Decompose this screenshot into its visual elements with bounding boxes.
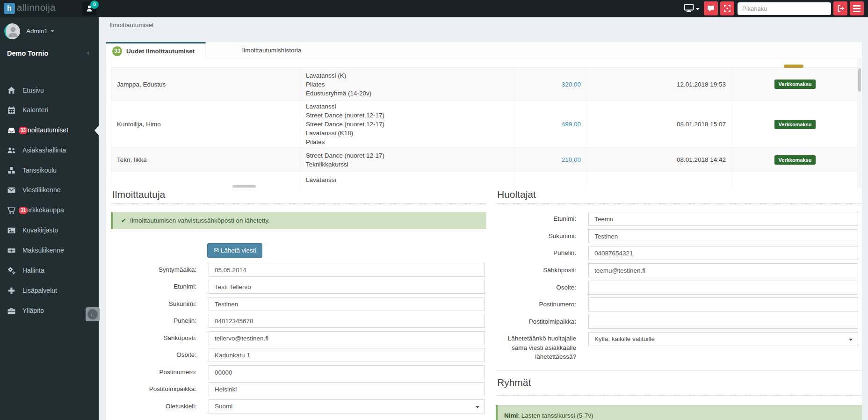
sidebar-item-maksuliikenne[interactable]: Maksuliikenne bbox=[0, 241, 99, 261]
registrant-name: Jamppa, Edustus bbox=[111, 68, 300, 101]
registration-date: 08.01.2018 15:07 bbox=[587, 101, 732, 147]
guardian-firstname-field[interactable] bbox=[588, 212, 858, 226]
plus-icon bbox=[7, 286, 16, 296]
sidebar-item-yllapito[interactable]: Ylläpito bbox=[0, 301, 99, 321]
count-badge: 33 bbox=[19, 127, 28, 134]
send-message-button[interactable]: ✉ Lähetä viesti bbox=[207, 243, 262, 258]
address-field[interactable] bbox=[209, 348, 485, 362]
guardian-lastname-field[interactable] bbox=[588, 229, 858, 243]
language-select[interactable]: Suomi bbox=[209, 399, 485, 413]
birthdate-field[interactable] bbox=[209, 263, 485, 277]
sidebar-item-etusivu[interactable]: Etusivu bbox=[0, 81, 99, 101]
payment-status-badge: Verkkomaksu bbox=[774, 80, 816, 89]
logout-button[interactable] bbox=[833, 1, 847, 15]
form-row-guardian-address: Osoite: bbox=[496, 281, 862, 295]
logo-icon[interactable]: h bbox=[4, 3, 15, 14]
confirmation-alert: ✔Ilmoittautumisen vahvistussähköposti on… bbox=[111, 212, 486, 229]
form-row-address: Osoite: bbox=[111, 348, 486, 362]
courses-cell: Lavatanssi bbox=[300, 172, 515, 188]
form-row-firstname: Etunimi: bbox=[111, 280, 486, 294]
lastname-field[interactable] bbox=[209, 297, 485, 311]
guardian-phone-field[interactable] bbox=[588, 246, 858, 260]
table-horizontal-scrollbar-thumb[interactable] bbox=[232, 185, 256, 188]
form-row-city: Postitoimipaikka: bbox=[111, 382, 486, 396]
form-row-guardian-message-setting: Lähetetäänkö huoltajalle sama viesti asi… bbox=[496, 332, 862, 361]
fullscreen-button[interactable] bbox=[720, 1, 734, 15]
form-row-guardian-zipcode: Postinumero: bbox=[496, 297, 862, 311]
form-row-guardian-phone: Puhelin: bbox=[496, 246, 862, 260]
registrant-name: Tekn, Iikka bbox=[111, 148, 300, 172]
display-menu-button[interactable] bbox=[684, 4, 700, 14]
sidebar-item-hallinta[interactable]: Hallinta bbox=[0, 261, 99, 281]
user-name[interactable]: Admin1 bbox=[26, 28, 54, 35]
payment-status-badge: Verkkomaksu bbox=[774, 155, 816, 165]
city-field[interactable] bbox=[209, 382, 485, 396]
check-icon: ✔ bbox=[121, 217, 126, 224]
search-input[interactable] bbox=[738, 2, 831, 15]
tab-new-registrations[interactable]: 33 Uudet ilmoittautumiset bbox=[106, 42, 206, 59]
form-row-lastname: Sukunimi: bbox=[111, 297, 486, 311]
table-row-clipped[interactable] bbox=[111, 59, 857, 68]
table-vertical-scrollbar[interactable] bbox=[857, 59, 861, 188]
sidebar-item-verkkokauppa[interactable]: 31 Verkkokauppa bbox=[0, 201, 99, 220]
chevron-down-icon bbox=[849, 339, 853, 341]
payment-status-badge: Verkkomaksu bbox=[774, 120, 816, 129]
form-row-guardian-lastname: Sukunimi: bbox=[496, 229, 862, 243]
table-row[interactable]: Jamppa, Edustus Lavatanssi (K) Pilates E… bbox=[111, 68, 857, 101]
cubes-icon bbox=[7, 166, 16, 175]
form-row-email: Sähköposti: bbox=[111, 331, 486, 345]
table-row[interactable]: Tekn, Iikka Street Dance (nuoret 12-17) … bbox=[111, 148, 857, 172]
avatar[interactable] bbox=[4, 23, 20, 39]
inbox-icon: 33 bbox=[7, 126, 16, 135]
count-badge: 31 bbox=[19, 207, 28, 214]
breadcrumb: Ilmoittautumiset bbox=[109, 22, 154, 29]
form-row-guardian-city: Postitoimipaikka: bbox=[496, 315, 862, 329]
divider bbox=[496, 395, 862, 396]
notification-badge: 0 bbox=[90, 0, 99, 9]
section-title: Ryhmät bbox=[497, 377, 531, 388]
group-list-item[interactable]: Nimi: Lasten tanssikurssi (5-7v) bbox=[496, 405, 862, 420]
price-link[interactable]: 499,00 bbox=[562, 121, 581, 128]
tab-registration-history[interactable]: Ilmoittautumishistoria bbox=[206, 42, 337, 59]
table-row-clipped[interactable]: Lavatanssi bbox=[111, 172, 857, 188]
menu-button[interactable] bbox=[850, 1, 864, 15]
money-icon bbox=[7, 246, 16, 255]
sidebar-item-viestiliikenne[interactable]: Viestiliikenne bbox=[0, 181, 99, 200]
sidebar-item-ilmoittautumiset[interactable]: 33 Ilmoittautumiset bbox=[0, 121, 99, 140]
guardian-message-select[interactable]: Kyllä, kaikille valituille bbox=[588, 332, 858, 346]
briefcase-icon bbox=[7, 306, 16, 316]
price-link[interactable]: 320,00 bbox=[562, 81, 581, 88]
sidebar-item-asiakashallinta[interactable]: Asiakashallinta bbox=[0, 141, 99, 160]
divider bbox=[111, 203, 486, 204]
guardian-city-field[interactable] bbox=[588, 315, 858, 329]
users-icon bbox=[7, 146, 16, 155]
price-link[interactable]: 210,00 bbox=[562, 156, 581, 163]
sidebar-item-tanssikoulu[interactable]: Tanssikoulu bbox=[0, 161, 99, 181]
sidebar-item-lisapalvelut[interactable]: Lisäpalvelut bbox=[0, 281, 99, 301]
registrant-name: Kuntoilija, Himo bbox=[111, 101, 300, 147]
tab-bar: 33 Uudet ilmoittautumiset Ilmoittautumis… bbox=[106, 42, 862, 59]
sidebar-item-kuvakirjasto[interactable]: Kuvakirjasto bbox=[0, 221, 99, 240]
sidebar-item-kalenteri[interactable]: Kalenteri bbox=[0, 101, 99, 120]
sidebar-collapse-button[interactable]: ← bbox=[86, 307, 100, 321]
guardian-email-field[interactable] bbox=[588, 263, 858, 277]
form-row-phone: Puhelin: bbox=[111, 314, 486, 328]
scrollbar-thumb[interactable] bbox=[858, 68, 861, 92]
divider bbox=[496, 370, 862, 371]
chevron-left-icon: ‹ bbox=[87, 49, 89, 57]
arrow-left-icon: ← bbox=[87, 309, 98, 319]
org-name: Demo Tornio bbox=[7, 50, 48, 57]
count-badge: 33 bbox=[112, 46, 122, 56]
guardian-zipcode-field[interactable] bbox=[588, 297, 858, 311]
firstname-field[interactable] bbox=[209, 280, 485, 294]
table-row[interactable]: Kuntoilija, Himo Lavatanssi Street Dance… bbox=[111, 101, 857, 148]
app-window: h allinnoija 0 bbox=[0, 0, 868, 420]
chat-button[interactable] bbox=[704, 1, 718, 15]
phone-field[interactable] bbox=[209, 314, 485, 328]
chat-icon bbox=[707, 4, 715, 13]
chevron-down-icon bbox=[476, 406, 479, 408]
guardian-address-field[interactable] bbox=[588, 281, 858, 295]
zipcode-field[interactable] bbox=[209, 365, 485, 379]
email-field[interactable] bbox=[209, 331, 485, 345]
org-selector[interactable]: Demo Tornio ‹ bbox=[0, 47, 99, 61]
